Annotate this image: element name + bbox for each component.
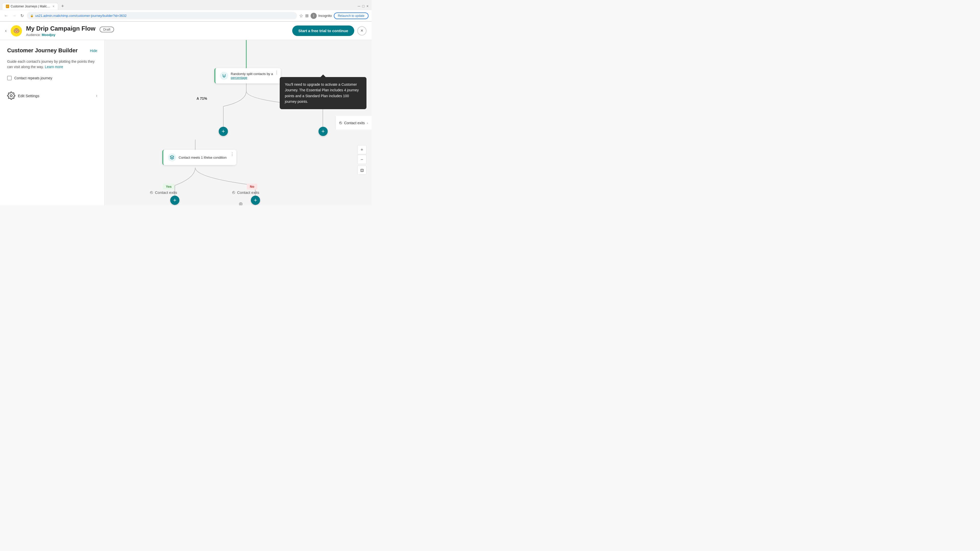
audience-prefix: Audience: <box>26 33 41 37</box>
fit-view-button[interactable]: ⊡ <box>357 165 366 175</box>
chevron-sidebar-icon: › <box>367 121 368 125</box>
contact-exits-sidebar[interactable]: ⎋ Contact exits › <box>335 116 372 130</box>
draft-badge: Draft <box>100 27 114 32</box>
close-button[interactable]: × <box>357 26 366 35</box>
address-text: us21.admin.mailchimp.com/customer-journe… <box>35 14 127 17</box>
zoom-out-button[interactable]: − <box>357 155 366 164</box>
drag-cursor: ⊕ <box>239 201 243 205</box>
header-left: ‹ 🐵 My Drip Campaign Flow Draft Audience… <box>5 25 114 37</box>
header-right: Start a free trial to continue × <box>292 25 366 36</box>
profile-avatar[interactable]: I <box>310 13 317 19</box>
address-bar[interactable]: 🔒 us21.admin.mailchimp.com/customer-jour… <box>27 12 297 19</box>
maximize-icon[interactable]: □ <box>362 4 364 8</box>
mailchimp-logo: 🐵 <box>11 25 22 37</box>
sidebar: Customer Journey Builder Hide Guide each… <box>0 40 105 205</box>
minimize-icon[interactable]: ─ <box>358 4 360 8</box>
profile-area: I Incognito <box>310 13 332 19</box>
forward-button[interactable]: → <box>11 13 18 19</box>
audience-label: Audience: Moodjoy <box>26 33 114 37</box>
tab-bar: 🐵 Customer Journeys | Mailchimp × + ─ □ … <box>0 0 372 10</box>
tooltip-text: You'll need to upgrade to activate a Cus… <box>285 82 361 105</box>
lock-icon: 🔒 <box>30 14 34 17</box>
active-tab[interactable]: 🐵 Customer Journeys | Mailchimp × <box>2 3 58 10</box>
app-header: ‹ 🐵 My Drip Campaign Flow Draft Audience… <box>0 22 372 40</box>
condition-node-card[interactable]: Contact meets 1 if/else condition ⋮ <box>162 150 236 165</box>
zoom-controls: + − ⊡ <box>357 145 366 175</box>
exits-icon-right: ⎋ <box>232 190 235 195</box>
campaign-info: My Drip Campaign Flow Draft Audience: Mo… <box>26 25 114 37</box>
chevron-right-icon: › <box>96 94 97 98</box>
extension-icon[interactable]: ⊞ <box>305 13 309 18</box>
refresh-button[interactable]: ↻ <box>19 12 25 19</box>
add-step-a-button[interactable]: + <box>219 127 228 136</box>
sidebar-description: Guide each contact's journey by plotting… <box>7 59 97 70</box>
contact-exits-left-label: Contact exits <box>155 190 177 195</box>
browser-chrome: 🐵 Customer Journeys | Mailchimp × + ─ □ … <box>0 0 372 22</box>
edit-settings-row[interactable]: Edit Settings › <box>7 89 97 103</box>
campaign-title: My Drip Campaign Flow <box>26 25 95 32</box>
window-close-icon[interactable]: × <box>366 4 369 8</box>
back-button[interactable]: ← <box>3 13 9 19</box>
condition-node-text: Contact meets 1 if/else condition <box>179 156 232 159</box>
tooltip-arrow <box>321 75 326 77</box>
nav-bar: ← → ↻ 🔒 us21.admin.mailchimp.com/custome… <box>0 10 372 21</box>
tab-favicon: 🐵 <box>6 5 9 8</box>
sidebar-title: Customer Journey Builder <box>7 47 78 54</box>
tab-close-icon[interactable]: × <box>52 5 54 8</box>
audience-name: Moodjoy <box>41 33 55 37</box>
contact-exits-right: ⎋ Contact exits <box>232 190 259 195</box>
split-node-card[interactable]: Randomly split contacts by a percentage … <box>215 68 281 83</box>
add-step-no-button[interactable]: + <box>251 196 260 205</box>
yes-label: Yes <box>163 184 175 189</box>
contact-exits-right-label: Contact exits <box>237 190 259 195</box>
percentage-link[interactable]: percentage <box>231 76 247 79</box>
svg-point-0 <box>10 95 12 97</box>
trial-button[interactable]: Start a free trial to continue <box>292 25 354 36</box>
tab-title: Customer Journeys | Mailchimp <box>11 5 50 8</box>
exits-sidebar-icon: ⎋ <box>339 120 342 125</box>
hide-button[interactable]: Hide <box>90 49 97 53</box>
learn-more-link[interactable]: Learn more <box>45 65 63 69</box>
branch-a-label: A 71% <box>197 96 207 101</box>
contact-repeats-row: Contact repeats journey <box>7 76 97 80</box>
incognito-label: Incognito <box>318 14 332 17</box>
gear-icon <box>7 92 15 100</box>
add-step-yes-button[interactable]: + <box>170 196 180 205</box>
split-node-menu-icon[interactable]: ⋮ <box>275 70 279 75</box>
bookmark-icon[interactable]: ☆ <box>299 13 303 19</box>
zoom-in-button[interactable]: + <box>357 145 366 154</box>
split-node-text: Randomly split contacts by a percentage <box>231 72 276 79</box>
upgrade-tooltip: You'll need to upgrade to activate a Cus… <box>280 77 366 109</box>
split-node-icon <box>220 72 228 80</box>
journey-canvas[interactable]: Randomly split contacts by a percentage … <box>105 40 372 205</box>
new-tab-button[interactable]: + <box>59 3 66 10</box>
contact-repeats-label: Contact repeats journey <box>14 76 52 80</box>
no-label: No <box>247 184 257 189</box>
contact-repeats-checkbox[interactable] <box>7 76 12 80</box>
condition-node-icon <box>168 153 176 162</box>
contact-exits-sidebar-label: Contact exits <box>344 121 365 125</box>
main-layout: Customer Journey Builder Hide Guide each… <box>0 40 372 205</box>
canvas-lines <box>105 40 372 205</box>
exits-icon-left: ⎋ <box>150 190 153 195</box>
add-step-b-button[interactable]: + <box>318 127 328 136</box>
contact-exits-left: ⎋ Contact exits <box>150 190 177 195</box>
nav-right: ☆ ⊞ I Incognito Relaunch to update <box>299 13 369 19</box>
relaunch-button[interactable]: Relaunch to update <box>334 13 369 19</box>
condition-node-menu-icon[interactable]: ⋮ <box>230 152 234 157</box>
back-to-campaigns-icon[interactable]: ‹ <box>5 28 6 33</box>
settings-label: Edit Settings <box>18 94 94 98</box>
